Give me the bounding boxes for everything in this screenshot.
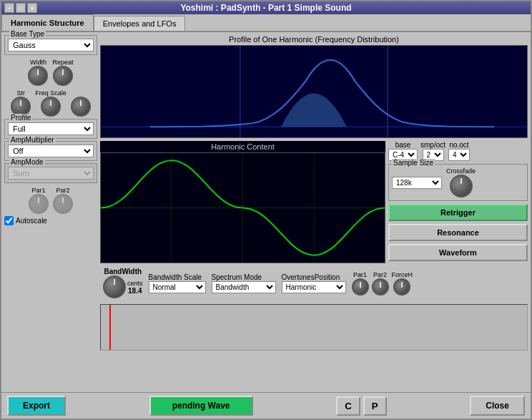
pending-wave-button[interactable]: pending Wave	[149, 396, 253, 416]
width-knob-container: Width	[28, 59, 48, 86]
base-label: base	[395, 141, 411, 149]
footer: Export pending Wave C P Close	[1, 392, 531, 419]
par1-bottom-label: Par1	[353, 271, 367, 278]
sample-size-group: Sample Size 128k16k32k64k256k Crossfade	[388, 164, 528, 201]
smpOct-group: smp/oct 234	[420, 141, 445, 161]
profile-select[interactable]: Full Upper Lower	[8, 122, 94, 135]
str-knob-container: Str	[11, 89, 31, 117]
str-label: Str	[16, 89, 25, 97]
window-title: Yoshimi : PadSynth - Part 1 Simple Sound	[37, 3, 495, 13]
width-label: Width	[30, 59, 46, 66]
harmonic-svg	[101, 153, 385, 263]
waveform-display	[100, 304, 528, 351]
bandwidth-knob[interactable]	[103, 275, 126, 298]
width-knob[interactable]	[28, 66, 48, 86]
bandwidth-group: BandWidth cents 18.4	[103, 268, 143, 298]
extra-label	[80, 89, 82, 97]
noOct-label: no.oct	[449, 141, 468, 149]
close-button[interactable]: Close	[470, 396, 525, 416]
extra-knob[interactable]	[71, 97, 91, 117]
profile-canvas	[100, 45, 528, 138]
overtones-group: OvertonesPosition HarmonicShiftUShiftLPo…	[282, 273, 346, 293]
par2-label: Par2	[56, 187, 69, 194]
bottom-controls: BandWidth cents 18.4 Bandwidth Scale Nor…	[100, 266, 528, 300]
extra-knob-container	[71, 89, 91, 117]
forceH-container: ForceH	[392, 271, 413, 296]
par1-knob-container: Par1	[29, 187, 49, 214]
spectrum-mode-select[interactable]: BandwidthDiscreteContinous	[212, 281, 276, 293]
maximize-button[interactable]: □	[16, 3, 26, 13]
sample-size-label: Sample Size	[392, 159, 435, 167]
autoscale-checkbox[interactable]	[4, 216, 14, 225]
tab-envelopes-lfos[interactable]: Envelopes and LFOs	[94, 16, 186, 31]
p-button[interactable]: P	[363, 396, 387, 416]
freq-scale-knob[interactable]	[41, 97, 61, 117]
overtones-label: OvertonesPosition	[282, 273, 340, 281]
bandwidth-scale-select[interactable]: NormalPowerLinear	[149, 281, 206, 293]
bandwidth-label: BandWidth	[104, 268, 142, 275]
crossfade-knob[interactable]	[450, 175, 473, 197]
red-line	[109, 305, 111, 350]
close-window-button[interactable]: ×	[27, 3, 37, 13]
noOct-group: no.oct 4235	[448, 141, 470, 161]
tab-harmonic-structure[interactable]: Harmonic Structure	[1, 14, 94, 31]
profile-chart-container: Profile of One Harmonic (Frequency Distr…	[100, 35, 528, 138]
base-type-label: Base Type	[9, 30, 46, 38]
freq-scale-label: Freq Scale	[35, 89, 66, 97]
repeat-knob-container: Repeat	[52, 59, 73, 86]
cents-value: 18.4	[128, 287, 142, 295]
tab-bar: Harmonic Structure Envelopes and LFOs	[1, 14, 531, 32]
retrigger-button[interactable]: Retrigger	[388, 204, 528, 221]
waveform-button[interactable]: Waveform	[388, 244, 528, 261]
crossfade-label: Crossfade	[446, 167, 476, 175]
smpOct-label: smp/oct	[420, 141, 445, 149]
repeat-knob[interactable]	[53, 66, 73, 86]
par2-bottom-knob[interactable]	[372, 278, 389, 296]
export-button[interactable]: Export	[7, 396, 66, 416]
minimize-button[interactable]: −	[4, 3, 14, 13]
profile-chart-title: Profile of One Harmonic (Frequency Distr…	[100, 35, 528, 44]
main-window: − □ × Yoshimi : PadSynth - Part 1 Simple…	[0, 0, 532, 420]
left-panel: Base Type Gauss Square Double Exp Width …	[4, 35, 97, 389]
base-row: base C-4C-3C-5 smp/oct 234 n	[388, 141, 528, 161]
crossfade-group: Crossfade	[446, 167, 476, 197]
autoscale-label: Autoscale	[16, 217, 47, 225]
par-forceH-group: Par1 Par2 ForceH	[352, 271, 413, 296]
bandwidth-scale-group: Bandwidth Scale NormalPowerLinear	[149, 273, 206, 293]
par1-par2-row: Par1 Par2	[4, 187, 97, 214]
base-group: base C-4C-3C-5	[388, 141, 418, 161]
profile-svg	[101, 46, 527, 137]
main-content: Base Type Gauss Square Double Exp Width …	[1, 32, 531, 392]
right-controls: base C-4C-3C-5 smp/oct 234 n	[388, 141, 528, 263]
noOct-select[interactable]: 4235	[448, 149, 470, 161]
par2-knob-container: Par2	[53, 187, 73, 214]
overtones-select[interactable]: HarmonicShiftUShiftLPowerU	[282, 281, 346, 293]
title-bar: − □ × Yoshimi : PadSynth - Part 1 Simple…	[1, 1, 531, 14]
par1-bottom-container: Par1	[352, 271, 369, 296]
freq-scale-knob-container: Freq Scale	[35, 89, 66, 117]
par1-label: Par1	[31, 187, 45, 194]
harmonic-top: Harmonic Content	[100, 141, 528, 263]
forceH-label: ForceH	[392, 271, 413, 278]
harmonic-canvas	[100, 152, 385, 263]
base-type-select[interactable]: Gauss Square Double Exp	[8, 39, 94, 52]
resonance-button[interactable]: Resonance	[388, 224, 528, 241]
bandwidth-scale-label: Bandwidth Scale	[149, 273, 202, 281]
par2-bottom-container: Par2	[372, 271, 389, 296]
par2-knob	[53, 194, 73, 214]
sample-size-select[interactable]: 128k16k32k64k256k	[392, 177, 442, 189]
right-area: Profile of One Harmonic (Frequency Distr…	[100, 35, 528, 389]
autoscale-row: Autoscale	[4, 216, 97, 225]
amp-multiplier-select[interactable]: Off Gauss Sine Flat	[8, 145, 94, 157]
window-controls: − □ ×	[4, 3, 37, 13]
repeat-label: Repeat	[52, 59, 73, 66]
c-button[interactable]: C	[336, 396, 360, 416]
str-freqscale-row: Str Freq Scale	[4, 89, 97, 117]
harmonic-content-title: Harmonic Content	[100, 141, 385, 152]
spectrum-mode-group: Spectrum Mode BandwidthDiscreteContinous	[212, 273, 276, 293]
cp-buttons: C P	[336, 396, 387, 416]
amp-mode-select: Sum	[8, 167, 94, 180]
forceH-knob[interactable]	[393, 278, 410, 296]
par1-bottom-knob[interactable]	[352, 278, 369, 296]
profile-label: Profile	[9, 114, 32, 122]
